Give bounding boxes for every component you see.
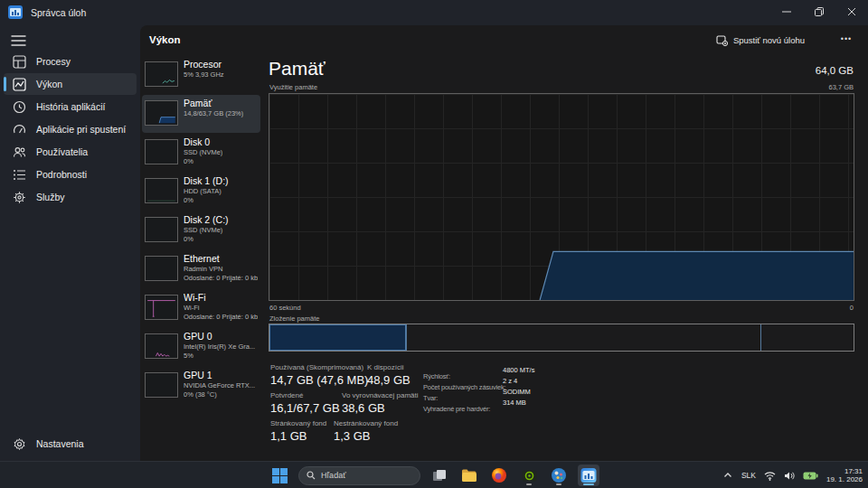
perf-item-sub: 0% (38 °C) [184, 390, 255, 399]
titlebar: Správca úloh [0, 0, 868, 25]
search-input[interactable] [321, 471, 411, 480]
memory-pane: Pamäť 64,0 GB Využitie pamäte 63,7 GB 60… [269, 25, 854, 461]
perf-item-gpu0[interactable]: GPU 0Intel(R) Iris(R) Xe Gra...5% [142, 328, 260, 366]
memory-hardware-details: Rýchlosť:4800 MT/s Počet používaných zás… [423, 366, 505, 409]
perf-item-title: Ethernet [184, 253, 258, 265]
minimize-button[interactable] [770, 0, 803, 23]
perf-item-sub: Radmin VPN [184, 265, 258, 274]
gpu0-thumbnail-graph [145, 333, 178, 359]
content-panel: Výkon Spustiť novú úlohu ••• Procesor5% … [140, 25, 868, 461]
sidebar-item-services[interactable]: Služby [4, 186, 137, 208]
perf-item-sub: 5% 3,93 GHz [184, 70, 224, 80]
perf-item-sub: SSD (NVMe) [184, 148, 222, 157]
stat-label: Používaná (Skomprimovaná) [270, 363, 367, 371]
taskbar-paint-globe-icon[interactable] [548, 465, 570, 486]
performance-list: Procesor5% 3,93 GHz Pamäť14,8/63,7 GB (2… [142, 56, 260, 406]
sidebar-item-users[interactable]: Používatelia [4, 141, 137, 163]
performance-icon [13, 78, 26, 91]
stat-value: 16,1/67,7 GB [270, 401, 342, 415]
perf-item-sub: Wi-Fi [184, 304, 258, 313]
disk2-thumbnail-graph [145, 217, 178, 242]
stat-label: Stránkovaný fond [270, 419, 334, 427]
stat-value: 1,3 GB [334, 429, 398, 443]
perf-item-cpu[interactable]: Procesor5% 3,93 GHz [142, 56, 260, 94]
perf-item-wifi[interactable]: Wi-FiWi-FiOdoslané: 0 Prijaté: 0 kb [142, 289, 260, 327]
taskbar-task-manager-icon[interactable] [578, 465, 599, 486]
composition-segment-standby [407, 324, 760, 351]
sidebar-item-app-history[interactable]: História aplikácií [4, 96, 137, 117]
memory-usage-scale-max: 63,7 GB [828, 83, 854, 91]
tray-battery-icon[interactable] [803, 472, 818, 480]
perf-item-title: Wi-Fi [184, 292, 258, 304]
task-manager-app-icon [8, 5, 23, 19]
perf-item-sub: 0% [184, 196, 229, 205]
start-button[interactable] [269, 465, 290, 486]
task-manager-window: Správca úloh Procesy Výkon [0, 0, 868, 488]
tray-date: 19. 1. 2026 [826, 475, 863, 484]
memory-usage-area [540, 251, 854, 300]
perf-item-disk2[interactable]: Disk 2 (C:)SSD (NVMe)0% [142, 211, 260, 249]
sidebar-item-label: Nastavenia [36, 438, 84, 449]
taskbar-app-windows-icon[interactable] [429, 465, 450, 486]
perf-item-ethernet[interactable]: EthernetRadmin VPNOdoslané: 0 Prijaté: 0… [142, 250, 260, 288]
close-button[interactable] [835, 0, 868, 23]
detail-value: 4800 MT/s [503, 366, 534, 374]
memory-title: Pamäť [269, 58, 326, 80]
sidebar-item-processes[interactable]: Procesy [4, 51, 137, 72]
stat-label: Nestránkovaný fond [334, 419, 398, 427]
taskbar-search[interactable] [298, 466, 420, 485]
perf-item-gpu1[interactable]: GPU 1NVIDIA GeForce RTX...0% (38 °C) [142, 367, 260, 405]
tray-wifi-icon[interactable] [764, 471, 776, 481]
taskbar-file-explorer-icon[interactable] [458, 465, 480, 486]
sidebar-item-label: Používatelia [36, 146, 88, 157]
settings-gear-icon [13, 437, 26, 451]
window-title: Správca úloh [31, 7, 86, 18]
taskbar-nvidia-icon[interactable] [518, 465, 540, 486]
startup-gauge-icon [13, 123, 26, 136]
disk1-thumbnail-graph [145, 178, 178, 203]
taskbar-firefox-icon[interactable] [488, 465, 510, 486]
perf-item-memory[interactable]: Pamäť14,8/63,7 GB (23%) [142, 95, 260, 133]
disk0-thumbnail-graph [145, 139, 178, 164]
tray-language[interactable]: SLK [741, 471, 756, 480]
tray-clock[interactable]: 17:31 19. 1. 2026 [826, 467, 863, 484]
stat-label: K dispozícii [367, 363, 410, 371]
maximize-button[interactable] [803, 0, 835, 23]
perf-item-title: Disk 2 (C:) [184, 214, 229, 226]
hamburger-menu-icon[interactable] [11, 34, 26, 47]
sidebar-item-details[interactable]: Podrobnosti [4, 164, 137, 185]
memory-thumbnail-graph [145, 100, 178, 126]
perf-item-sub: 0% [184, 235, 229, 244]
perf-item-sub: Odoslané: 0 Prijaté: 0 kb [184, 313, 258, 322]
perf-item-title: Pamäť [184, 98, 243, 109]
composition-segment-free [761, 324, 854, 351]
perf-item-sub: Intel(R) Iris(R) Xe Gra... [184, 343, 255, 352]
memory-composition-label: Zloženie pamäte [269, 314, 319, 323]
detail-label: Vyhradené pre hardvér: [423, 405, 490, 413]
sidebar-item-settings[interactable]: Nastavenia [4, 433, 137, 455]
sidebar-item-label: Podrobnosti [36, 169, 87, 180]
memory-stats: Používaná (Skomprimovaná)14,7 GB (47,6 M… [270, 363, 419, 447]
perf-item-disk1[interactable]: Disk 1 (D:)HDD (SATA)0% [142, 173, 260, 211]
stat-value: 38,6 GB [342, 401, 419, 415]
taskbar: SLK 17:31 19. 1. 2026 [0, 461, 868, 488]
tray-chevron-up-icon[interactable] [722, 471, 733, 480]
memory-usage-chart [269, 93, 854, 301]
sidebar-item-label: Služby [36, 192, 65, 202]
perf-item-sub: 14,8/63,7 GB (23%) [184, 109, 243, 118]
time-zero-label: 0 [850, 304, 854, 312]
users-icon [13, 145, 26, 159]
perf-item-sub: 0% [184, 157, 222, 166]
perf-item-disk0[interactable]: Disk 0SSD (NVMe)0% [142, 134, 260, 172]
sidebar-item-performance[interactable]: Výkon [4, 73, 137, 95]
composition-segment-in-use [269, 324, 407, 351]
stat-value: 1,1 GB [270, 429, 334, 443]
sidebar-item-label: Procesy [36, 56, 71, 67]
details-list-icon [13, 168, 26, 182]
perf-item-title: Disk 1 (D:) [184, 175, 229, 187]
memory-composition-bar [269, 324, 854, 352]
sidebar-item-startup-apps[interactable]: Aplikácie pri spustení [4, 118, 137, 140]
tray-speaker-icon[interactable] [784, 471, 795, 481]
perf-item-sub: 5% [184, 352, 255, 361]
processes-icon [13, 55, 26, 69]
